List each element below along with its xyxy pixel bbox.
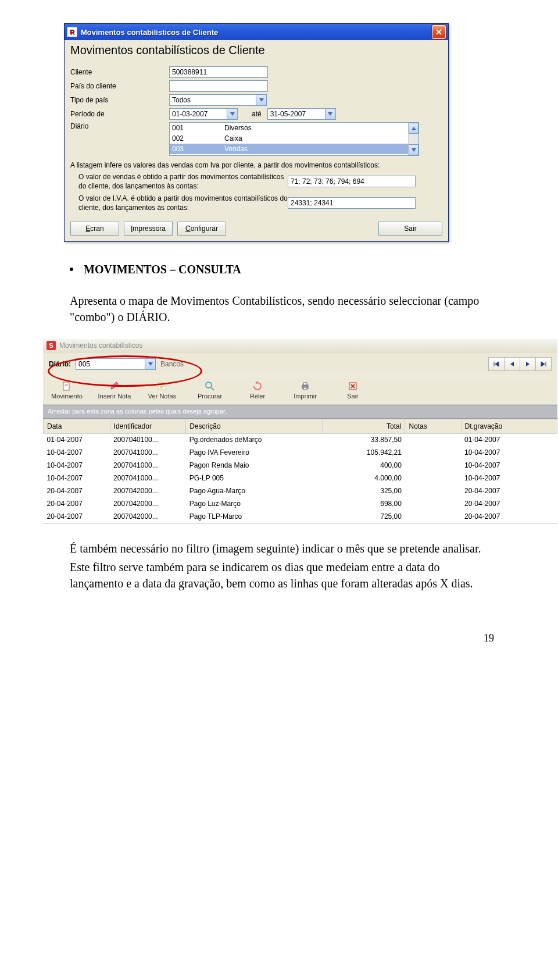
table-row[interactable]: 01-04-20072007040100...Pg.ordenados deMa… xyxy=(44,433,557,446)
paragraph: É também necessário no filtro (imagem se… xyxy=(70,540,488,557)
window-movimentos-contabilisticos: S Movimentos contabilísticos Diário: Ban… xyxy=(43,339,557,524)
tb-label: Procurar xyxy=(198,393,222,400)
chevron-down-icon[interactable] xyxy=(409,144,419,155)
periodo-de-value[interactable] xyxy=(169,108,227,120)
cell-data: 20-04-2007 xyxy=(44,497,110,510)
cell-notas xyxy=(405,459,461,472)
tb-ver-notas[interactable]: Ver Notas xyxy=(138,376,186,404)
label-tipo-pais: Tipo de país xyxy=(70,96,169,104)
cell-dtgrav: 01-04-2007 xyxy=(461,433,557,446)
cell-notas xyxy=(405,510,461,523)
cell-id: 2007041000... xyxy=(110,459,186,472)
tb-imprimir[interactable]: Imprimir xyxy=(281,376,329,404)
list-item[interactable]: 001 Diversos xyxy=(170,123,419,133)
label-diario: Diário xyxy=(70,122,169,130)
cell-dtgrav: 20-04-2007 xyxy=(461,497,557,510)
cell-notas xyxy=(405,433,461,446)
cell-id: 2007042000... xyxy=(110,497,186,510)
pais-cliente-input[interactable] xyxy=(169,80,268,92)
col-dtgravacao[interactable]: Dt.gravação xyxy=(461,419,557,433)
window2-titlebar[interactable]: S Movimentos contabilísticos xyxy=(43,339,557,352)
tipo-pais-combo[interactable] xyxy=(169,94,267,106)
page-number: 19 xyxy=(64,632,494,644)
search-icon xyxy=(205,381,215,391)
cell-id: 2007041000... xyxy=(110,446,186,459)
grid-movimentos[interactable]: Data Identificador Descrição Total Notas… xyxy=(43,419,557,523)
sair-button[interactable]: Sair xyxy=(378,222,442,236)
contas-vendas-input[interactable] xyxy=(288,176,416,187)
ecran-button[interactable]: Ecran xyxy=(70,222,119,236)
col-identificador[interactable]: Identificador xyxy=(110,419,186,433)
chevron-down-icon[interactable] xyxy=(227,108,238,120)
table-row[interactable]: 20-04-20072007042000...Pago TLP-Marco725… xyxy=(44,510,557,523)
grouping-bar[interactable]: Arrastar para esta zona as colunas pelas… xyxy=(43,405,557,419)
table-row[interactable]: 10-04-20072007041000...Pago IVA Fevereir… xyxy=(44,446,557,459)
cell-data: 10-04-2007 xyxy=(44,472,110,484)
periodo-ate-combo[interactable] xyxy=(267,108,336,120)
cell-id: 2007040100... xyxy=(110,433,186,446)
cell-data: 10-04-2007 xyxy=(44,446,110,459)
section-heading: MOVIMENTOS – CONSULTA xyxy=(70,262,488,277)
col-data[interactable]: Data xyxy=(44,419,110,433)
tb-label: Movimento xyxy=(51,393,83,400)
cell-desc: Pago IVA Fevereiro xyxy=(186,446,323,459)
cell-total: 4.000,00 xyxy=(323,472,405,484)
nav-last-button[interactable] xyxy=(536,357,552,371)
col-notas[interactable]: Notas xyxy=(405,419,461,433)
table-row[interactable]: 20-04-20072007042000...Pago Luz-Março698… xyxy=(44,497,557,510)
tb-label: Inserir Nota xyxy=(98,393,131,400)
svg-rect-7 xyxy=(303,387,307,390)
contas-iva-input[interactable] xyxy=(288,197,416,209)
cell-id: 2007042000... xyxy=(110,510,186,523)
dialog-titlebar[interactable]: R Movimentos contabilísticos de Cliente xyxy=(65,24,448,40)
dialog-mov-contab-cliente: R Movimentos contabilísticos de Cliente … xyxy=(64,23,449,242)
periodo-de-combo[interactable] xyxy=(169,108,238,120)
tb-label: Sair xyxy=(347,393,359,400)
cell-dtgrav: 20-04-2007 xyxy=(461,510,557,523)
periodo-ate-value[interactable] xyxy=(267,108,326,120)
diario-filter-value[interactable] xyxy=(76,358,145,370)
cell-desc: Pg.ordenados deMarço xyxy=(186,433,323,446)
table-row[interactable]: 20-04-20072007042000...Pago Agua-Março32… xyxy=(44,484,557,497)
tb-sair[interactable]: Sair xyxy=(329,376,377,404)
col-total[interactable]: Total xyxy=(323,419,405,433)
cliente-input[interactable] xyxy=(169,66,268,78)
chevron-down-icon[interactable] xyxy=(326,108,336,120)
cell-desc: PG-LP 005 xyxy=(186,472,323,484)
chevron-up-icon[interactable] xyxy=(409,123,419,134)
close-icon[interactable] xyxy=(432,25,446,39)
tb-movimento[interactable]: Movimento xyxy=(43,376,91,404)
chevron-down-icon[interactable] xyxy=(256,94,267,106)
configurar-button[interactable]: Configurar xyxy=(177,222,226,236)
cell-desc: Pago TLP-Marco xyxy=(186,510,323,523)
table-row[interactable]: 10-04-20072007041000...PG-LP 0054.000,00… xyxy=(44,472,557,484)
diario-name: Diversos xyxy=(224,124,252,132)
scrollbar[interactable] xyxy=(408,123,419,155)
tb-inserir-nota[interactable]: Inserir Nota xyxy=(91,376,138,404)
refresh-icon xyxy=(252,381,263,391)
cell-data: 20-04-2007 xyxy=(44,510,110,523)
label-cliente: Cliente xyxy=(70,68,169,76)
chevron-down-icon[interactable] xyxy=(145,358,156,370)
document-icon xyxy=(62,381,72,391)
diario-code: 001 xyxy=(172,124,224,132)
impressora-button[interactable]: Impressora xyxy=(124,222,173,236)
tb-reler[interactable]: Reler xyxy=(234,376,281,404)
cell-dtgrav: 10-04-2007 xyxy=(461,472,557,484)
nav-first-button[interactable] xyxy=(488,357,505,371)
tipo-pais-value[interactable] xyxy=(169,94,256,106)
list-item[interactable]: 002 Caixa xyxy=(170,133,419,144)
window-title: Movimentos contabilísticos de Cliente xyxy=(81,28,218,37)
cell-total: 325,00 xyxy=(323,484,405,497)
nav-next-button[interactable] xyxy=(520,357,536,371)
col-descricao[interactable]: Descrição xyxy=(186,419,323,433)
nav-prev-button[interactable] xyxy=(505,357,520,371)
cell-desc: Pagon Renda Maio xyxy=(186,459,323,472)
list-item[interactable]: 003 Vendas xyxy=(170,144,419,154)
cell-total: 725,00 xyxy=(323,510,405,523)
diario-filter-combo[interactable] xyxy=(76,358,156,370)
tb-procurar[interactable]: Procurar xyxy=(186,376,234,404)
table-row[interactable]: 10-04-20072007041000...Pagon Renda Maio4… xyxy=(44,459,557,472)
cell-desc: Pago Luz-Março xyxy=(186,497,323,510)
diario-listbox[interactable]: 001 Diversos 002 Caixa 003 Vendas xyxy=(169,122,419,156)
